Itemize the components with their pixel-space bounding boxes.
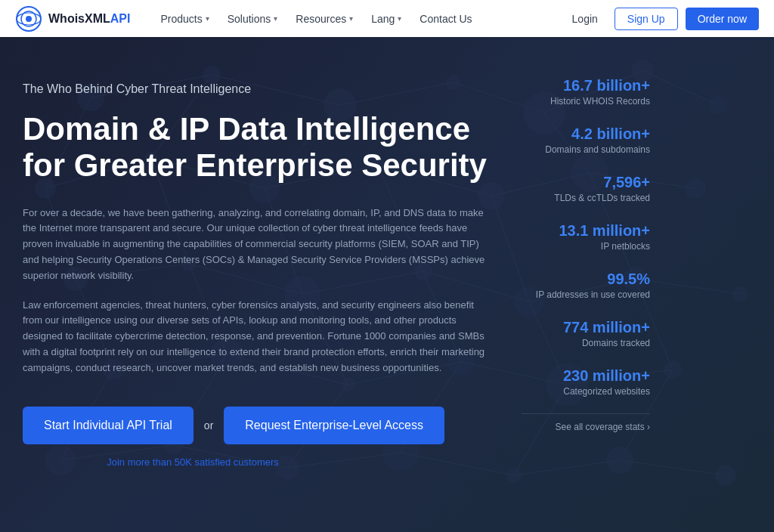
stat-item: 774 million+Domains tracked xyxy=(522,309,650,357)
nav-products-label: Products xyxy=(160,13,202,25)
trial-button[interactable]: Start Individual API Trial xyxy=(23,407,194,444)
stat-label: Domains tracked xyxy=(522,338,650,348)
join-prefix: Join more than xyxy=(107,456,172,468)
nav-resources-label: Resources xyxy=(296,13,346,25)
stats-sidebar: 16.7 billion+Historic WHOIS Records4.2 b… xyxy=(514,37,665,532)
stat-label: Historic WHOIS Records xyxy=(522,96,650,107)
hero-body-1: For over a decade, we have been gatherin… xyxy=(23,206,491,284)
stat-item: 16.7 billion+Historic WHOIS Records xyxy=(522,67,650,116)
stat-value: 230 million+ xyxy=(522,367,650,385)
resources-chevron-icon: ▾ xyxy=(349,14,353,23)
nav-contact[interactable]: Contact Us xyxy=(412,8,479,29)
stat-value: 7,596+ xyxy=(522,173,650,191)
navbar: WhoisXMLAPI Products ▾ Solutions ▾ Resou… xyxy=(0,0,774,37)
lang-chevron-icon: ▾ xyxy=(398,14,401,23)
signup-button[interactable]: Sign Up xyxy=(615,8,678,30)
stat-value: 774 million+ xyxy=(522,318,650,336)
stat-label: Domains and subdomains xyxy=(522,144,650,155)
logo-icon xyxy=(15,5,42,32)
hero-buttons: Start Individual API Trial or Request En… xyxy=(23,407,491,444)
nav-contact-label: Contact Us xyxy=(420,13,472,25)
stat-value: 99.5% xyxy=(522,270,650,288)
stat-item: 13.1 million+IP netblocks xyxy=(522,212,650,261)
logo-text: WhoisXMLAPI xyxy=(48,12,130,26)
hero-body-2: Law enforcement agencies, threat hunters… xyxy=(23,298,491,376)
nav-links: Products ▾ Solutions ▾ Resources ▾ Lang … xyxy=(153,8,562,29)
hero-subtitle: The Who Behind Cyber Threat Intelligence xyxy=(23,82,491,96)
stat-value: 4.2 billion+ xyxy=(522,125,650,143)
or-text: or xyxy=(204,419,213,431)
svg-point-2 xyxy=(26,16,32,22)
hero-title: Domain & IP Data Intelligence for Greate… xyxy=(23,111,491,184)
solutions-chevron-icon: ▾ xyxy=(274,14,277,23)
join-suffix: satisfied customers xyxy=(195,456,279,468)
stat-value: 16.7 billion+ xyxy=(522,76,650,94)
stat-item: 230 million+Categorized websites xyxy=(522,357,650,406)
nav-solutions[interactable]: Solutions ▾ xyxy=(220,8,286,29)
nav-actions: Login Sign Up Order now xyxy=(563,8,759,30)
products-chevron-icon: ▾ xyxy=(206,14,209,23)
nav-resources[interactable]: Resources ▾ xyxy=(288,8,361,29)
stat-label: IP addresses in use covered xyxy=(522,289,650,300)
see-all-coverage-link[interactable]: See all coverage stats › xyxy=(522,413,650,432)
logo[interactable]: WhoisXMLAPI xyxy=(15,5,130,32)
nav-lang[interactable]: Lang ▾ xyxy=(364,8,409,29)
stat-item: 7,596+TLDs & ccTLDs tracked xyxy=(522,164,650,212)
stat-item: 99.5%IP addresses in use covered xyxy=(522,261,650,309)
stat-item: 4.2 billion+Domains and subdomains xyxy=(522,116,650,164)
hero-content: The Who Behind Cyber Threat Intelligence… xyxy=(0,37,514,532)
stat-label: Categorized websites xyxy=(522,386,650,397)
login-button[interactable]: Login xyxy=(563,8,607,29)
order-button[interactable]: Order now xyxy=(686,8,759,30)
join-count: 50K xyxy=(175,456,192,468)
hero-join-text: Join more than 50K satisfied customers xyxy=(23,456,363,468)
stat-value: 13.1 million+ xyxy=(522,221,650,240)
nav-products[interactable]: Products ▾ xyxy=(153,8,216,29)
stat-label: TLDs & ccTLDs tracked xyxy=(522,193,650,203)
nav-lang-label: Lang xyxy=(371,13,395,25)
stat-label: IP netblocks xyxy=(522,241,650,252)
nav-solutions-label: Solutions xyxy=(228,13,271,25)
enterprise-button[interactable]: Request Enterprise-Level Access xyxy=(224,407,444,444)
hero-section: The Who Behind Cyber Threat Intelligence… xyxy=(0,37,774,532)
